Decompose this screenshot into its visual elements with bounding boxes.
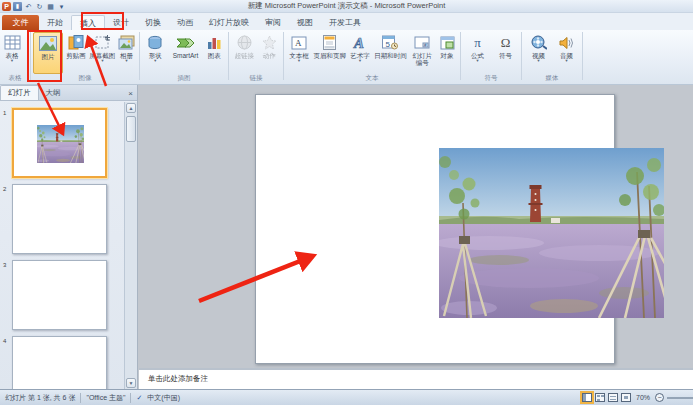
panel-tab-outline[interactable]: 大纲: [39, 86, 68, 100]
zoom-level: 70%: [634, 394, 652, 401]
slide-sorter-icon[interactable]: [595, 393, 605, 402]
inserted-picture[interactable]: [439, 148, 664, 318]
tab-animations[interactable]: 动画: [169, 15, 201, 30]
hyperlink-button[interactable]: 超链接: [231, 32, 257, 74]
chart-button[interactable]: 图表: [203, 32, 226, 74]
video-icon: [529, 33, 549, 52]
thumbnail-photo: [37, 125, 84, 163]
window-title: 新建 Microsoft PowerPoint 演示文稿 - Microsoft…: [0, 1, 693, 11]
slide-number-button[interactable]: # 幻灯片编号: [408, 32, 436, 74]
dropdown-arrow-icon: ▼: [124, 59, 128, 63]
panel-close-icon[interactable]: ×: [124, 88, 137, 100]
language-indicator[interactable]: 中文(中国): [147, 393, 185, 403]
tab-slideshow[interactable]: 幻灯片放映: [201, 15, 257, 30]
photo-album-icon: [116, 33, 136, 52]
notes-pane[interactable]: 单击此处添加备注: [139, 368, 693, 389]
tab-review[interactable]: 审阅: [257, 15, 289, 30]
thumbnail-list: 1 2 3 4: [0, 102, 124, 389]
object-button[interactable]: 对象: [436, 32, 458, 74]
status-bar: 幻灯片 第 1 张, 共 6 张 "Office 主题" ✓ 中文(中国) 70…: [0, 389, 693, 405]
group-separator: [582, 32, 583, 80]
spellcheck-icon[interactable]: ✓: [131, 394, 147, 402]
header-footer-icon: [320, 33, 340, 52]
slide-thumbnail-2[interactable]: 2: [0, 184, 124, 254]
wordart-button[interactable]: A 艺术字 ▼: [348, 32, 373, 74]
slide-position-indicator: 幻灯片 第 1 张, 共 6 张: [0, 393, 80, 403]
clipart-button[interactable]: 剪贴画: [63, 32, 89, 74]
equation-button[interactable]: π 公式 ▼: [463, 32, 492, 74]
slide-thumbnail-3[interactable]: 3: [0, 260, 124, 330]
hyperlink-icon: [234, 33, 254, 52]
shapes-button[interactable]: 形状 ▼: [142, 32, 168, 74]
dropdown-arrow-icon: ▼: [358, 59, 362, 63]
ribbon-group-illustrations: 形状 ▼ SmartArt 图表 插图: [140, 30, 228, 84]
tab-home[interactable]: 开始: [39, 15, 71, 30]
action-icon: [259, 33, 279, 52]
thumbnail-scrollbar[interactable]: ▲ ▼: [124, 102, 137, 389]
smartart-button[interactable]: SmartArt: [168, 32, 202, 74]
slide-thumbnail-4[interactable]: 4: [0, 336, 124, 389]
thumbnail-frame: [12, 108, 107, 178]
zoom-slider[interactable]: [667, 397, 693, 399]
slide-thumbnail-1[interactable]: 1: [0, 108, 124, 178]
notes-placeholder: 单击此处添加备注: [148, 374, 693, 384]
dropdown-arrow-icon: ▼: [476, 59, 480, 63]
ribbon: 表格 ▼ 表格 图片 剪贴画 屏幕截图 ▼: [0, 30, 693, 85]
tab-view[interactable]: 视图: [289, 15, 321, 30]
equation-icon: π: [468, 33, 488, 52]
wordart-icon: A: [350, 33, 370, 52]
ribbon-group-links: 超链接 动作 链接: [229, 30, 283, 84]
clipart-icon: [66, 33, 86, 52]
symbol-button[interactable]: Ω 符号: [492, 32, 519, 74]
table-button[interactable]: 表格 ▼: [2, 32, 22, 74]
video-button[interactable]: 视频 ▼: [524, 32, 553, 74]
textbox-icon: A: [289, 33, 309, 52]
ribbon-group-symbols: π 公式 ▼ Ω 符号 符号: [461, 30, 521, 84]
slide-editor-area: [139, 85, 693, 368]
panel-tab-slides[interactable]: 幻灯片: [0, 85, 39, 100]
action-button[interactable]: 动作: [257, 32, 281, 74]
date-time-icon: 5: [380, 33, 400, 52]
slide-number-icon: #: [412, 33, 432, 52]
theme-name[interactable]: "Office 主题": [81, 393, 130, 403]
chart-icon: [204, 33, 224, 52]
textbox-button[interactable]: A 文本框 ▼: [286, 32, 312, 74]
panel-tab-strip: 幻灯片 大纲 ×: [0, 85, 137, 101]
tab-developer[interactable]: 开发工具: [321, 15, 369, 30]
svg-text:5: 5: [386, 40, 391, 49]
screenshot-icon: [92, 33, 112, 52]
slideshow-view-icon[interactable]: [621, 393, 631, 402]
reading-view-icon[interactable]: [608, 393, 618, 402]
svg-text:A: A: [353, 35, 364, 50]
header-footer-button[interactable]: 页眉和页脚: [312, 32, 348, 74]
scroll-down-icon[interactable]: ▼: [126, 378, 136, 388]
dropdown-arrow-icon: ▼: [100, 59, 104, 63]
ribbon-group-media: 视频 ▼ 音频 ▼ 媒体: [522, 30, 582, 84]
dropdown-arrow-icon: ▼: [565, 59, 569, 63]
dropdown-arrow-icon: ▼: [297, 59, 301, 63]
audio-icon: [557, 33, 577, 52]
thumbnail-frame: [12, 184, 107, 254]
annotation-box-picture-button: [27, 30, 62, 82]
photo-album-button[interactable]: 相册 ▼: [116, 32, 137, 74]
date-time-button[interactable]: 5 日期和时间: [373, 32, 409, 74]
screenshot-button[interactable]: 屏幕截图 ▼: [89, 32, 116, 74]
scroll-up-icon[interactable]: ▲: [126, 103, 136, 113]
object-icon: [437, 33, 457, 52]
ribbon-group-text: A 文本框 ▼ 页眉和页脚 A 艺术字 ▼ 5 日期和时间 #: [284, 30, 460, 84]
slides-panel: 幻灯片 大纲 × 1 2 3 4 ▲ ▼: [0, 85, 138, 389]
tab-transitions[interactable]: 切换: [137, 15, 169, 30]
shapes-icon: [145, 33, 165, 52]
smartart-icon: [175, 33, 195, 52]
table-icon: [2, 33, 22, 52]
slide-canvas[interactable]: [255, 94, 615, 364]
zoom-out-icon[interactable]: −: [655, 393, 664, 402]
tab-file[interactable]: 文件: [2, 15, 39, 30]
dropdown-arrow-icon: ▼: [537, 59, 541, 63]
audio-button[interactable]: 音频 ▼: [553, 32, 580, 74]
ribbon-group-table: 表格 ▼ 表格: [0, 30, 30, 84]
normal-view-icon[interactable]: [582, 393, 592, 402]
dropdown-arrow-icon: ▼: [10, 59, 14, 63]
scrollbar-thumb[interactable]: [126, 116, 136, 142]
thumbnail-frame: [12, 260, 107, 330]
